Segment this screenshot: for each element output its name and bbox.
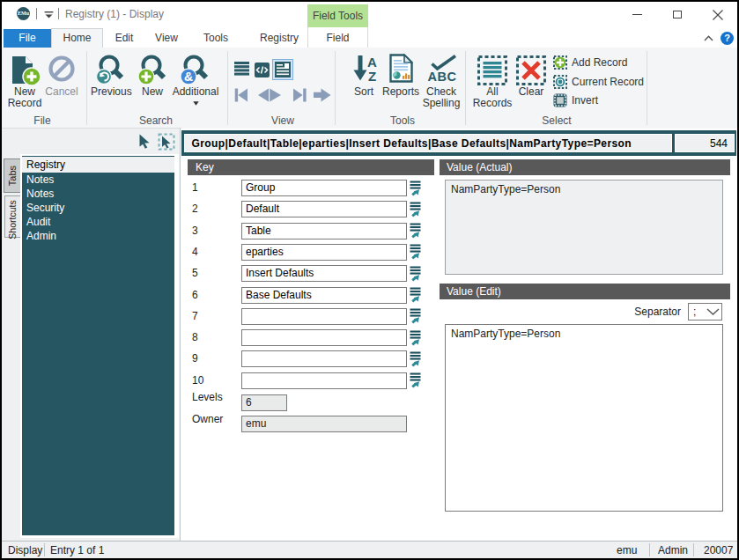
svg-text:ABC: ABC bbox=[428, 70, 457, 83]
svg-text:Z: Z bbox=[368, 69, 376, 82]
svg-text:&: & bbox=[184, 70, 193, 84]
svg-text:A: A bbox=[367, 55, 377, 70]
